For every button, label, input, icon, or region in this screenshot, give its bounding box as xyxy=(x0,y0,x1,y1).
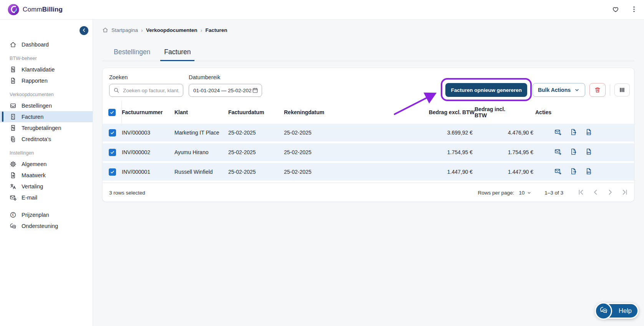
app-root: CommBilling DashboardBTW-beheerKlantvali… xyxy=(0,0,644,326)
sidebar-section-label: BTW-beheer xyxy=(0,50,93,64)
sidebar-item-rapporten[interactable]: Rapporten xyxy=(0,75,93,86)
sidebar-collapse-button[interactable] xyxy=(80,26,88,35)
export-file-icon xyxy=(570,168,577,176)
sidebar-item-dashboard[interactable]: Dashboard xyxy=(0,39,93,50)
topbar: CommBilling xyxy=(0,0,644,20)
sidebar-item-bestellingen[interactable]: Bestellingen xyxy=(0,100,93,111)
regenerate-button-wrapper: Facturen opnieuw genereren xyxy=(445,83,527,97)
row-checkbox-cell xyxy=(103,168,122,176)
cell-amount-incl: 1.447,90 € xyxy=(475,169,535,175)
more-menu-button[interactable] xyxy=(629,5,639,15)
download-xml-button[interactable]: XML xyxy=(585,128,593,137)
sidebar-item-facturen[interactable]: €Facturen xyxy=(0,111,93,122)
receipt-percent-icon xyxy=(10,66,17,73)
columns-icon xyxy=(619,86,626,93)
last-page-button[interactable] xyxy=(621,188,629,197)
sidebar-item-e-mail[interactable]: E-mail xyxy=(0,192,93,203)
sidebar-item-maatwerk[interactable]: Maatwerk xyxy=(0,170,93,181)
chat-bubbles-icon xyxy=(599,306,608,316)
brand-name-bold: Billing xyxy=(42,6,63,13)
sidebar-item-label: Dashboard xyxy=(22,42,49,48)
download-xml-button[interactable]: XML xyxy=(585,168,593,176)
xml-file-icon: XML xyxy=(585,168,593,176)
tab-bestellingen[interactable]: Bestellingen xyxy=(110,46,154,61)
favorites-button[interactable] xyxy=(611,5,620,15)
previous-page-button[interactable] xyxy=(592,188,599,197)
heart-icon xyxy=(612,5,619,14)
translate-icon xyxy=(10,183,17,190)
delete-button[interactable] xyxy=(589,83,606,97)
invoice-row[interactable]: INV/000002Ayumu Hirano25-02-202525-02-20… xyxy=(103,143,634,161)
search-input[interactable] xyxy=(122,87,180,94)
bulk-actions-button[interactable]: Bulk Actions xyxy=(533,83,585,97)
next-page-button[interactable] xyxy=(606,188,614,197)
export-invoice-button[interactable] xyxy=(570,168,577,176)
sidebar-item-label: Terugbetalingen xyxy=(22,125,61,131)
download-xml-button[interactable]: XML xyxy=(585,148,593,156)
send-email-icon xyxy=(554,128,562,137)
sidebar-item-terugbetalingen[interactable]: Terugbetalingen xyxy=(0,122,93,133)
breadcrumb-item-verkoopdocumenten[interactable]: Verkoopdocumenten xyxy=(146,27,198,33)
breadcrumb-item-startpagina[interactable]: Startpagina xyxy=(111,27,138,33)
invoices-panel: Zoeken Datumbereik 01-01-2024 — 25-02-20… xyxy=(102,68,634,202)
column-header-bedrag-incl-btw: Bedrag incl. BTW xyxy=(475,101,535,124)
cell-invoice-date: 25-02-2025 xyxy=(228,149,284,155)
cell-invoice: INV/000002 xyxy=(122,149,174,155)
export-invoice-button[interactable] xyxy=(570,148,577,156)
rows-per-page-label: Rows per page: xyxy=(478,190,515,196)
copy-document-icon xyxy=(10,136,17,143)
sidebar-item-prijzenplan[interactable]: €Prijzenplan xyxy=(0,209,93,220)
brand-name: CommBilling xyxy=(23,6,63,13)
sidebar-item-vertaling[interactable]: Vertaling xyxy=(0,181,93,192)
breadcrumb-separator: › xyxy=(201,27,202,33)
sidebar-item-klantvalidatie[interactable]: Klantvalidatie xyxy=(0,64,93,75)
sidebar-item-creditnota-s[interactable]: Creditnota's xyxy=(0,133,93,145)
help-button[interactable]: Help xyxy=(595,303,639,319)
daterange-input[interactable]: 01-01-2024 — 25-02-202 xyxy=(189,84,262,97)
svg-text:XML: XML xyxy=(586,151,591,154)
gear-icon xyxy=(10,161,17,168)
send-invoice-button[interactable] xyxy=(554,148,562,156)
table-footer: 3 rows selected Rows per page: 10 1–3 of… xyxy=(103,183,634,202)
row-checkbox[interactable] xyxy=(109,149,116,156)
search-input-box xyxy=(109,84,183,97)
search-label: Zoeken xyxy=(109,74,183,81)
sidebar-item-label: Maatwerk xyxy=(22,172,46,178)
invoice-row[interactable]: INV/000001Russell Winfield25-02-202525-0… xyxy=(103,163,634,181)
column-header-bedrag-excl-btw: Bedrag excl. BTW xyxy=(351,101,475,124)
regenerate-invoices-button[interactable]: Facturen opnieuw genereren xyxy=(445,83,527,97)
topbar-actions xyxy=(611,5,639,15)
bulk-actions-label: Bulk Actions xyxy=(538,87,571,93)
columns-button[interactable] xyxy=(614,83,630,96)
row-actions: XML xyxy=(535,128,634,137)
sidebar: DashboardBTW-beheerKlantvalidatieRapport… xyxy=(0,20,93,326)
cell-invoice-date: 25-02-2025 xyxy=(228,130,284,136)
home-icon xyxy=(102,27,108,33)
rows-per-page-select[interactable]: 10 xyxy=(519,190,531,196)
cell-billing-date: 25-02-2025 xyxy=(284,130,351,136)
row-checkbox-cell xyxy=(103,129,122,136)
cell-invoice: INV/000003 xyxy=(122,130,174,136)
chevron-down-icon xyxy=(527,191,531,195)
sidebar-item-algemeen[interactable]: Algemeen xyxy=(0,158,93,170)
svg-text:XML: XML xyxy=(586,171,591,173)
tab-facturen[interactable]: Facturen xyxy=(160,46,194,61)
breadcrumb-item-facturen[interactable]: Facturen xyxy=(206,27,227,33)
send-invoice-button[interactable] xyxy=(554,168,562,176)
row-checkbox[interactable] xyxy=(109,168,116,176)
first-page-button[interactable] xyxy=(577,188,585,197)
table-body: INV/000003Marketing IT Place25-02-202525… xyxy=(103,124,634,181)
cell-amount-excl: 1.447,90 € xyxy=(351,169,475,175)
select-all-checkbox[interactable] xyxy=(108,109,116,116)
column-header-factuurnummer: Factuurnummer xyxy=(122,101,174,124)
invoice-row[interactable]: INV/000003Marketing IT Place25-02-202525… xyxy=(103,124,634,141)
rows-per-page-value: 10 xyxy=(519,190,524,196)
sidebar-item-label: Facturen xyxy=(22,114,43,120)
daterange-value: 01-01-2024 — 25-02-202 xyxy=(193,88,252,93)
sidebar-item-ondersteuning[interactable]: Ondersteuning xyxy=(0,220,93,231)
table-header-checkbox-cell xyxy=(103,101,122,124)
export-invoice-button[interactable] xyxy=(570,128,577,137)
row-checkbox[interactable] xyxy=(109,129,116,136)
euro-circle-icon: € xyxy=(10,211,17,218)
send-invoice-button[interactable] xyxy=(554,128,562,137)
